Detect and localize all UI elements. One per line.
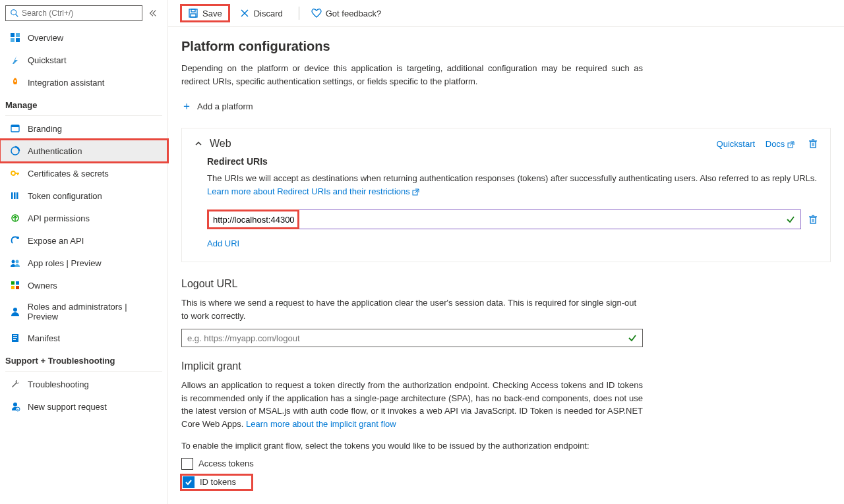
sidebar-item-integration[interactable]: Integration assistant bbox=[0, 71, 167, 94]
access-tokens-checkbox[interactable] bbox=[181, 458, 193, 470]
svg-line-1 bbox=[16, 14, 18, 17]
access-tokens-label: Access tokens bbox=[198, 459, 254, 468]
sidebar-item-branding[interactable]: Branding bbox=[0, 117, 167, 140]
heart-icon bbox=[311, 8, 322, 18]
sidebar-item-expose-api[interactable]: Expose an API bbox=[0, 229, 167, 252]
main-content: Save Discard Got feedback? Platform conf… bbox=[168, 0, 844, 504]
save-icon bbox=[188, 8, 198, 18]
feedback-label: Got feedback? bbox=[326, 9, 382, 18]
sidebar-item-manifest[interactable]: Manifest bbox=[0, 327, 167, 349]
rocket-icon bbox=[9, 76, 21, 88]
id-tokens-label: ID tokens bbox=[200, 477, 236, 487]
sidebar-label: Branding bbox=[28, 124, 62, 134]
svg-text:+: + bbox=[17, 407, 19, 411]
logout-input-wrapper[interactable] bbox=[181, 329, 643, 347]
sidebar-section-support: Support + Troubleshooting bbox=[0, 349, 167, 370]
sidebar-label: Token configuration bbox=[28, 191, 102, 201]
key-icon bbox=[9, 167, 21, 179]
add-uri-link[interactable]: Add URI bbox=[207, 238, 239, 248]
token-icon bbox=[9, 190, 21, 202]
search-input[interactable] bbox=[22, 9, 138, 18]
admins-icon bbox=[9, 306, 21, 318]
svg-rect-22 bbox=[11, 286, 15, 289]
check-icon bbox=[786, 215, 795, 224]
sidebar-label: Troubleshooting bbox=[28, 379, 89, 389]
platform-config-desc: Depending on the platform or device this… bbox=[181, 62, 643, 88]
redirect-uri-input[interactable] bbox=[213, 215, 782, 225]
overview-icon bbox=[9, 32, 21, 43]
sidebar-label: API permissions bbox=[28, 213, 90, 223]
svg-rect-26 bbox=[13, 335, 17, 336]
logout-url-input[interactable] bbox=[187, 333, 628, 343]
discard-button[interactable]: Discard bbox=[233, 5, 289, 21]
branding-icon bbox=[9, 123, 21, 134]
sidebar-item-authentication[interactable]: Authentication bbox=[0, 140, 167, 162]
web-quickstart-link[interactable]: Quickstart bbox=[717, 139, 756, 149]
redirect-uris-heading: Redirect URIs bbox=[207, 156, 818, 167]
feedback-button[interactable]: Got feedback? bbox=[305, 5, 388, 21]
quickstart-icon bbox=[9, 54, 21, 66]
access-tokens-row[interactable]: Access tokens bbox=[181, 458, 643, 470]
add-platform-label: Add a platform bbox=[197, 101, 253, 111]
wrench-icon bbox=[9, 378, 21, 390]
sidebar-item-token-config[interactable]: Token configuration bbox=[0, 184, 167, 207]
chevron-down-icon[interactable] bbox=[194, 139, 203, 148]
id-tokens-row[interactable]: ID tokens bbox=[181, 475, 252, 490]
sidebar-label: Overview bbox=[28, 33, 63, 43]
sidebar-item-app-roles[interactable]: App roles | Preview bbox=[0, 252, 167, 274]
svg-rect-14 bbox=[14, 192, 16, 199]
svg-point-10 bbox=[11, 171, 15, 175]
collapse-sidebar-icon[interactable] bbox=[142, 6, 162, 20]
expose-icon bbox=[9, 235, 21, 246]
delete-uri-icon[interactable] bbox=[808, 214, 818, 225]
svg-point-17 bbox=[16, 237, 19, 239]
sidebar-label: Roles and administrators | Preview bbox=[28, 302, 158, 322]
add-platform-button[interactable]: ＋ Add a platform bbox=[181, 99, 831, 113]
sidebar-item-owners[interactable]: Owners bbox=[0, 274, 167, 296]
svg-rect-20 bbox=[11, 281, 15, 285]
sidebar-item-roles-admins[interactable]: Roles and administrators | Preview bbox=[0, 296, 167, 327]
web-platform-panel: Web Quickstart Docs Redirect URIs The UR… bbox=[181, 128, 831, 262]
save-button[interactable]: Save bbox=[181, 5, 229, 21]
search-input-wrapper[interactable] bbox=[5, 5, 142, 21]
sidebar-item-api-permissions[interactable]: API permissions bbox=[0, 207, 167, 229]
sidebar-item-troubleshooting[interactable]: Troubleshooting bbox=[0, 373, 167, 395]
redirect-uris-desc: The URIs we will accept as destinations … bbox=[207, 172, 818, 198]
sidebar: Overview Quickstart Integration assistan… bbox=[0, 0, 168, 504]
implicit-learn-more-link[interactable]: Learn more about the implicit grant flow bbox=[246, 419, 396, 429]
svg-rect-15 bbox=[16, 192, 18, 199]
platform-config-heading: Platform configurations bbox=[181, 39, 831, 54]
sidebar-label: Authentication bbox=[28, 146, 82, 156]
logout-section: Logout URL This is where we send a reque… bbox=[181, 278, 643, 347]
svg-rect-5 bbox=[16, 38, 20, 42]
auth-icon bbox=[9, 145, 21, 157]
svg-point-19 bbox=[16, 260, 19, 264]
api-perm-icon bbox=[9, 212, 21, 224]
delete-platform-icon[interactable] bbox=[808, 138, 818, 149]
save-label: Save bbox=[202, 9, 222, 18]
id-tokens-checkbox[interactable] bbox=[183, 476, 195, 488]
svg-rect-44 bbox=[810, 217, 816, 223]
svg-rect-27 bbox=[13, 337, 17, 338]
sidebar-item-new-support[interactable]: + New support request bbox=[0, 395, 167, 418]
svg-rect-38 bbox=[810, 142, 816, 148]
sidebar-item-quickstart[interactable]: Quickstart bbox=[0, 49, 167, 71]
redirect-uri-input-wrapper[interactable] bbox=[207, 210, 801, 229]
sidebar-label: Manifest bbox=[28, 333, 60, 343]
redirect-learn-more-link[interactable]: Learn more about Redirect URIs and their… bbox=[207, 186, 419, 196]
svg-point-29 bbox=[13, 403, 17, 406]
check-icon bbox=[628, 333, 637, 343]
svg-rect-13 bbox=[11, 192, 13, 199]
sidebar-section-manage: Manage bbox=[0, 94, 167, 114]
svg-point-6 bbox=[15, 80, 16, 82]
svg-rect-28 bbox=[13, 339, 16, 340]
svg-rect-34 bbox=[191, 14, 196, 17]
implicit-enable-text: To enable the implicit grant flow, selec… bbox=[181, 439, 643, 453]
sidebar-item-certificates[interactable]: Certificates & secrets bbox=[0, 162, 167, 184]
implicit-heading: Implicit grant bbox=[181, 360, 643, 372]
sidebar-label: Integration assistant bbox=[28, 78, 104, 88]
web-docs-link[interactable]: Docs bbox=[766, 139, 795, 149]
sidebar-item-overview[interactable]: Overview bbox=[0, 26, 167, 49]
roles-icon bbox=[9, 257, 21, 269]
svg-point-0 bbox=[11, 10, 16, 15]
